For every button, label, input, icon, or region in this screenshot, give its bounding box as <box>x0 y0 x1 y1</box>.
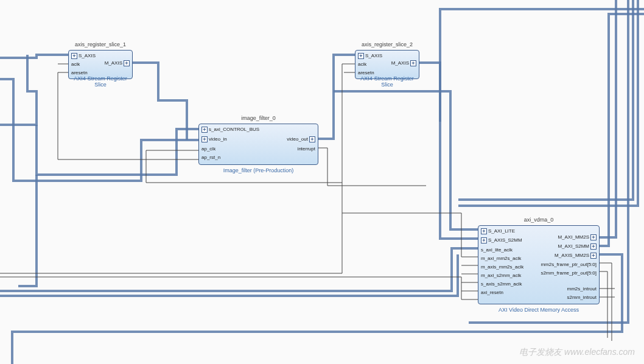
port-video-in[interactable]: +video_in <box>201 136 227 142</box>
block-image-filter-0[interactable]: image_filter_0 +s_axi_CONTROL_BUS +video… <box>198 124 318 165</box>
block-subtitle: AXI4-Stream Register Slice <box>355 75 419 88</box>
port-s-axis-s2mm-aclk[interactable]: s_axis_s2mm_aclk <box>481 281 522 287</box>
port-s-axi-lite-aclk[interactable]: s_axi_lite_aclk <box>481 247 513 253</box>
block-title: axi_vdma_0 <box>478 217 599 223</box>
expand-icon[interactable]: + <box>590 243 597 250</box>
port-m-axis-mm2s[interactable]: M_AXIS_MM2S+ <box>555 253 597 259</box>
block-axis-register-slice-2[interactable]: axis_register_slice_2 +S_AXIS aclk arese… <box>355 50 419 79</box>
port-s-axi-control-bus[interactable]: +s_axi_CONTROL_BUS <box>201 127 259 133</box>
port-video-out[interactable]: video_out+ <box>287 136 315 142</box>
port-aresetn[interactable]: aresetn <box>358 70 374 75</box>
expand-icon[interactable]: + <box>481 228 487 234</box>
expand-icon[interactable]: + <box>71 53 77 59</box>
port-s-axis-s2mm[interactable]: +S_AXIS_S2MM <box>481 237 522 243</box>
port-m-axis[interactable]: M_AXIS+ <box>105 60 130 66</box>
block-axis-register-slice-1[interactable]: axis_register_slice_1 +S_AXIS aclk arese… <box>68 50 133 79</box>
block-title: axis_register_slice_1 <box>69 41 132 47</box>
port-m-axis-mm2s-aclk[interactable]: m_axis_mm2s_aclk <box>481 264 523 270</box>
block-subtitle: AXI Video Direct Memory Access <box>478 307 599 313</box>
block-title: axis_register_slice_2 <box>355 41 419 47</box>
block-subtitle: Image_filter (Pre-Production) <box>199 167 318 173</box>
port-axi-resetn[interactable]: axi_resetn <box>481 290 503 295</box>
block-title: image_filter_0 <box>199 115 318 121</box>
port-ap-clk[interactable]: ap_clk <box>201 146 215 152</box>
port-aclk[interactable]: aclk <box>358 61 366 67</box>
watermark: 电子发烧友 www.elecfans.com <box>519 347 635 358</box>
port-mm2s-frame-ptr-out[interactable]: mm2s_frame_ptr_out[5:0] <box>541 262 597 267</box>
expand-icon[interactable]: + <box>481 237 487 243</box>
expand-icon[interactable]: + <box>590 234 597 240</box>
expand-icon[interactable]: + <box>410 60 416 66</box>
port-m-axi-s2mm[interactable]: M_AXI_S2MM+ <box>558 243 597 250</box>
port-aresetn[interactable]: aresetn <box>71 70 88 75</box>
port-s-axis[interactable]: +S_AXIS <box>71 53 96 59</box>
port-m-axi-mm2s-aclk[interactable]: m_axi_mm2s_aclk <box>481 256 521 261</box>
port-s2mm-frame-ptr-out[interactable]: s2mm_frame_ptr_out[5:0] <box>541 270 597 276</box>
port-m-axi-mm2s[interactable]: M_AXI_MM2S+ <box>558 234 597 240</box>
expand-icon[interactable]: + <box>358 53 364 59</box>
port-ap-rst-n[interactable]: ap_rst_n <box>201 155 220 160</box>
port-m-axi-s2mm-aclk[interactable]: m_axi_s2mm_aclk <box>481 273 521 278</box>
port-s-axi-lite[interactable]: +S_AXI_LITE <box>481 228 515 234</box>
expand-icon[interactable]: + <box>590 253 597 259</box>
expand-icon[interactable]: + <box>124 60 130 66</box>
expand-icon[interactable]: + <box>309 136 315 142</box>
port-s-axis[interactable]: +S_AXIS <box>358 53 382 59</box>
port-s2mm-introut[interactable]: s2mm_introut <box>567 295 597 300</box>
port-interrupt[interactable]: interrupt <box>298 146 315 152</box>
block-subtitle: AXI4-Stream Register Slice <box>69 75 132 88</box>
port-m-axis[interactable]: M_AXIS+ <box>391 60 416 66</box>
block-axi-vdma-0[interactable]: axi_vdma_0 +S_AXI_LITE +S_AXIS_S2MM s_ax… <box>478 225 600 304</box>
expand-icon[interactable]: + <box>201 136 208 142</box>
port-mm2s-introut[interactable]: mm2s_introut <box>567 286 597 292</box>
expand-icon[interactable]: + <box>201 127 208 133</box>
port-aclk[interactable]: aclk <box>71 61 80 67</box>
